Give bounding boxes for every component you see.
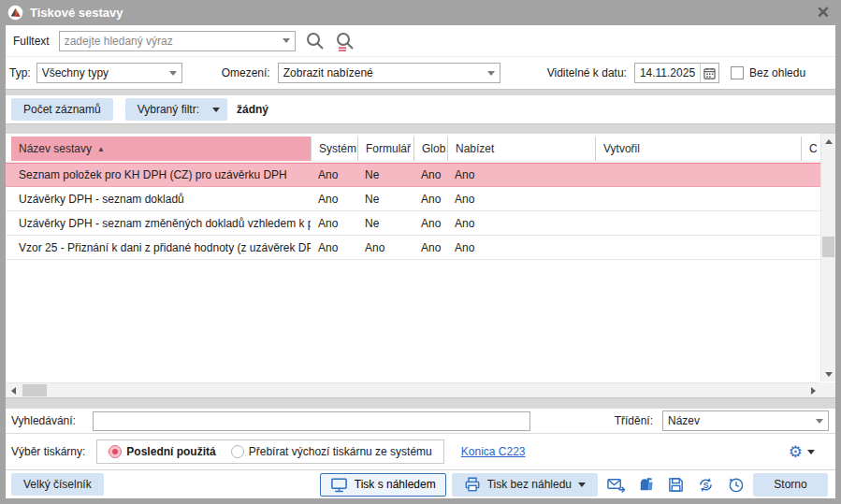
window-title: Tiskové sestavy xyxy=(30,6,813,20)
chevron-down-icon[interactable] xyxy=(278,32,295,50)
printer-label: Výběr tiskárny: xyxy=(11,445,85,458)
fulltext-row: Fulltext zadejte hledaný výraz xyxy=(6,25,835,57)
save-button[interactable] xyxy=(663,473,688,497)
calendar-icon[interactable] xyxy=(700,64,718,82)
visible-date-field[interactable]: 14.11.2025 xyxy=(634,63,719,83)
scroll-right-icon[interactable] xyxy=(805,383,820,397)
printer-icon xyxy=(464,476,481,493)
history-clock-icon xyxy=(727,476,745,494)
chevron-down-icon[interactable] xyxy=(807,450,815,454)
print-direct-button[interactable]: Tisk bez náhledu xyxy=(452,473,598,497)
large-list-button[interactable]: Velký číselník xyxy=(11,473,104,496)
table-row[interactable]: Seznam položek pro KH DPH (CZ) pro uzávě… xyxy=(6,163,820,187)
table-row[interactable]: Uzávěrky DPH - seznam změněných dokladů … xyxy=(6,211,820,236)
sort-combobox[interactable]: Název xyxy=(662,410,829,431)
table-row[interactable]: Vzor 25 - Přiznání k dani z přidané hodn… xyxy=(6,236,820,260)
column-header-glob[interactable]: Glob… xyxy=(413,137,447,161)
type-filter-row: Typ: Všechny typy Omezení: Zobrazit nabí… xyxy=(6,57,835,89)
history-button[interactable] xyxy=(723,473,747,497)
print-preview-button[interactable]: Tisk s náhledem xyxy=(320,473,446,497)
column-header-cut[interactable]: C xyxy=(801,137,820,161)
omezeni-label: Omezení: xyxy=(222,66,270,79)
monitor-icon xyxy=(330,476,348,494)
radio-system-default[interactable]: Přebírat výchozí tiskárnu ze systému xyxy=(231,445,432,458)
action-bar: Velký číselník Tisk s náhledem xyxy=(6,469,835,498)
search-label: Vyhledávání: xyxy=(11,414,76,427)
omezeni-value: Zobrazit nabízené xyxy=(283,66,483,79)
send-email-button[interactable] xyxy=(603,473,628,497)
typ-value: Všechny typy xyxy=(42,66,165,79)
app-logo-icon xyxy=(7,5,23,21)
fulltext-label: Fulltext xyxy=(13,35,50,48)
radio-last-used-label: Poslední použitá xyxy=(126,445,215,458)
dialog-content: Fulltext zadejte hledaný výraz Typ: xyxy=(6,25,835,498)
search-sort-row: Vyhledávání: Třídění: Název xyxy=(6,409,835,433)
selected-filter-button[interactable]: Vybraný filtr: xyxy=(125,98,227,121)
omezeni-combobox[interactable]: Zobrazit nabízené xyxy=(278,63,500,83)
mailbox-button[interactable] xyxy=(633,473,658,497)
visible-date-value: 14.11.2025 xyxy=(635,66,700,79)
fulltext-combobox[interactable]: zadejte hledaný výraz xyxy=(59,31,296,51)
reports-table: Název sestavy ▲ Systém… Formulář Glob… N… xyxy=(6,134,835,397)
radio-system-default-label: Přebírat výchozí tiskárnu ze systému xyxy=(249,445,432,458)
selected-filter-value: žádný xyxy=(237,103,268,116)
record-count-button[interactable]: Počet záznamů xyxy=(11,98,113,121)
chevron-down-icon[interactable] xyxy=(811,411,828,430)
column-header-system[interactable]: Systém… xyxy=(311,137,357,161)
chevron-down-icon[interactable] xyxy=(165,64,181,82)
titlebar: Tiskové sestavy ✕ xyxy=(0,0,841,25)
table-row[interactable]: Uzávěrky DPH - seznam dokladů Ano Ne Ano… xyxy=(6,187,820,211)
visible-date-label: Viditelné k datu: xyxy=(547,66,627,79)
horizontal-scrollbar[interactable] xyxy=(6,382,820,397)
scroll-up-icon[interactable] xyxy=(821,134,835,149)
sort-label: Třídění: xyxy=(615,414,653,427)
typ-label: Typ: xyxy=(9,66,31,79)
sort-value: Název xyxy=(668,414,811,427)
radio-last-used[interactable]: Poslední použitá xyxy=(109,445,215,458)
print-preview-label: Tisk s náhledem xyxy=(355,478,436,491)
radio-checked-icon[interactable] xyxy=(109,445,122,458)
divider xyxy=(6,123,835,134)
chevron-down-icon xyxy=(212,108,220,112)
sync-actions-button[interactable]: S xyxy=(693,473,718,497)
radio-unchecked-icon[interactable] xyxy=(231,445,244,458)
mailbox-icon xyxy=(637,476,655,494)
chevron-down-icon xyxy=(578,482,586,487)
typ-combobox[interactable]: Všechny typy xyxy=(36,63,182,83)
envelope-send-icon xyxy=(606,476,626,494)
printer-device-link[interactable]: Konica C223 xyxy=(461,445,526,458)
column-header-vytvoril[interactable]: Vytvořil xyxy=(595,137,801,161)
close-icon[interactable]: ✕ xyxy=(813,5,834,21)
divider xyxy=(6,89,835,95)
search-input[interactable] xyxy=(93,411,530,431)
vertical-scroll-thumb[interactable] xyxy=(822,237,834,257)
fulltext-search-icon[interactable] xyxy=(335,31,355,51)
gear-icon[interactable]: ⚙ xyxy=(789,444,803,460)
printer-settings[interactable]: ⚙ xyxy=(789,444,815,460)
printer-radio-group: Poslední použitá Přebírat výchozí tiskár… xyxy=(96,439,443,464)
horizontal-scroll-thumb[interactable] xyxy=(22,384,47,396)
cancel-button[interactable]: Storno xyxy=(753,473,828,497)
printer-row: Výběr tiskárny: Poslední použitá Přebíra… xyxy=(6,433,835,469)
dialog-window: Tiskové sestavy ✕ Fulltext zadejte hleda… xyxy=(0,0,841,504)
scrollbar-corner xyxy=(820,382,835,397)
bez-ohledu-checkbox[interactable] xyxy=(731,66,744,79)
chevron-down-icon[interactable] xyxy=(483,64,500,82)
print-direct-label: Tisk bez náhledu xyxy=(487,478,572,491)
records-filter-row: Počet záznamů Vybraný filtr: žádný xyxy=(6,95,835,123)
save-icon xyxy=(667,476,685,494)
search-icon[interactable] xyxy=(305,31,326,51)
column-header-formular[interactable]: Formulář xyxy=(357,137,413,161)
fulltext-placeholder: zadejte hledaný výraz xyxy=(65,35,278,48)
sort-asc-icon: ▲ xyxy=(97,145,105,153)
table-grid: Název sestavy ▲ Systém… Formulář Glob… N… xyxy=(6,137,820,260)
selected-filter-label: Vybraný filtr: xyxy=(138,103,199,116)
vertical-scrollbar[interactable] xyxy=(820,134,835,382)
scroll-left-icon[interactable] xyxy=(6,383,21,397)
scroll-down-icon[interactable] xyxy=(821,367,835,382)
divider xyxy=(6,397,835,409)
table-header: Název sestavy ▲ Systém… Formulář Glob… N… xyxy=(6,137,820,163)
column-header-nabizet[interactable]: Nabízet xyxy=(447,137,595,161)
sync-s-icon: S xyxy=(696,476,716,494)
column-header-nazev[interactable]: Název sestavy ▲ xyxy=(11,137,311,161)
